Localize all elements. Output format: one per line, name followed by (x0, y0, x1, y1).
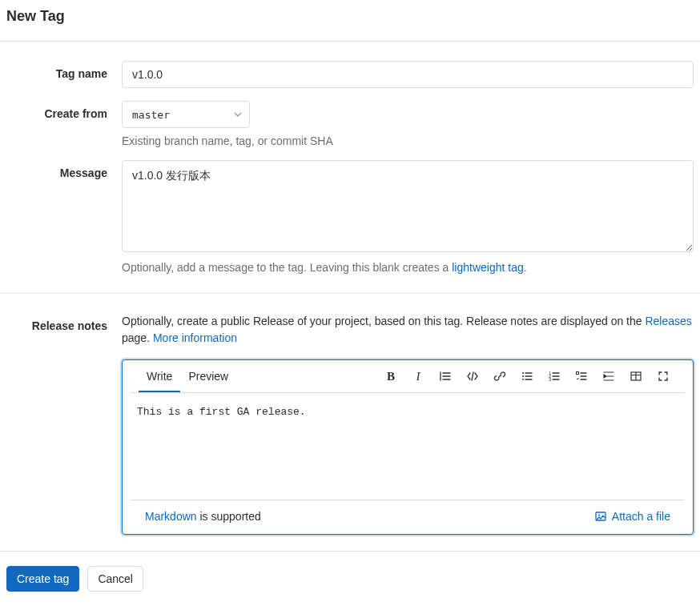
create-from-select[interactable]: master (122, 101, 250, 128)
tab-write[interactable]: Write (139, 360, 180, 392)
indent-button[interactable] (595, 363, 622, 390)
row-release-notes: Release notes Optionally, create a publi… (6, 300, 694, 535)
quote-button[interactable] (432, 363, 459, 390)
editor-toolbar: B I (377, 363, 677, 390)
attach-file-link[interactable]: Attach a file (594, 510, 670, 523)
lightweight-tag-link[interactable]: lightweight tag (452, 261, 524, 274)
editor-footer: Markdown is supported Attach a file (131, 500, 685, 534)
label-message: Message (6, 160, 122, 179)
task-list-button[interactable] (568, 363, 595, 390)
link-button[interactable] (486, 363, 513, 390)
numbered-list-button[interactable]: 123 (541, 363, 568, 390)
page-header: New Tag (0, 0, 700, 42)
image-icon (594, 510, 607, 523)
label-release-notes: Release notes (6, 313, 122, 332)
page-title: New Tag (6, 8, 694, 25)
row-create-from: Create from master Existing branch name,… (6, 88, 694, 147)
table-button[interactable] (622, 363, 650, 390)
message-textarea[interactable] (122, 160, 694, 252)
markdown-link[interactable]: Markdown (145, 510, 197, 523)
svg-text:3: 3 (549, 377, 551, 382)
release-notes-textarea[interactable] (137, 404, 678, 491)
desc-mid: page. (122, 331, 153, 344)
tab-preview[interactable]: Preview (180, 360, 236, 392)
desc-prefix: Optionally, create a public Release of y… (122, 315, 645, 327)
message-hint-suffix: . (524, 261, 527, 274)
markdown-rest: is supported (197, 510, 261, 523)
code-button[interactable] (459, 363, 486, 390)
row-message: Message Optionally, add a message to the… (6, 147, 694, 274)
create-tag-button[interactable]: Create tag (6, 566, 79, 592)
svg-point-9 (598, 515, 600, 516)
svg-point-1 (522, 375, 524, 377)
svg-rect-6 (577, 372, 579, 375)
svg-point-0 (522, 372, 524, 374)
fullscreen-button[interactable] (650, 363, 677, 390)
tag-name-input[interactable] (122, 61, 694, 88)
svg-point-2 (522, 379, 524, 380)
italic-button[interactable]: I (404, 363, 432, 390)
release-notes-desc: Optionally, create a public Release of y… (122, 313, 694, 347)
row-tag-name: Tag name (6, 48, 694, 88)
create-from-hint: Existing branch name, tag, or commit SHA (122, 134, 694, 147)
markdown-supported: Markdown is supported (145, 510, 261, 523)
message-hint: Optionally, add a message to the tag. Le… (122, 261, 694, 274)
label-create-from: Create from (6, 101, 122, 120)
attach-file-label: Attach a file (612, 510, 670, 523)
actions-bar: Create tag Cancel (0, 551, 700, 601)
message-hint-prefix: Optionally, add a message to the tag. Le… (122, 261, 452, 274)
more-info-link[interactable]: More information (153, 331, 237, 344)
bullet-list-button[interactable] (513, 363, 541, 390)
cancel-button[interactable]: Cancel (87, 566, 143, 592)
label-tag-name: Tag name (6, 61, 122, 80)
releases-link[interactable]: Releases (645, 315, 691, 327)
release-notes-editor: Write Preview B I (122, 359, 694, 535)
editor-tabs: Write Preview B I (131, 360, 685, 393)
bold-button[interactable]: B (377, 363, 404, 390)
